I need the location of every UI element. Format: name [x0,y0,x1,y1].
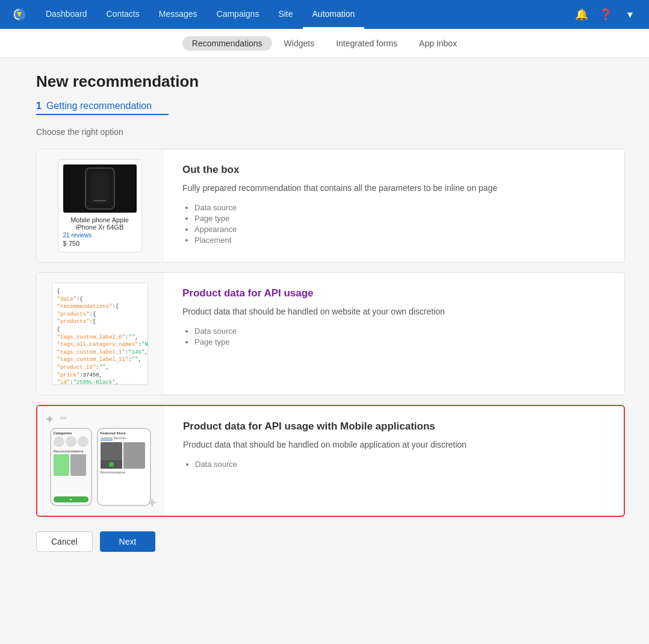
feature-page-type-1: Page type [194,214,605,223]
nav-messages[interactable]: Messages [149,0,207,29]
card-body-api-mobile: Product data for API usage with Mobile a… [164,406,624,516]
spark-icon: ✦ [45,412,55,427]
feature-page-type-2: Page type [194,337,605,346]
sub-nav-app-inbox[interactable]: App Inbox [409,36,467,51]
feature-data-source-2: Data source [194,327,605,336]
card-desc-out-the-box: Fully prepared recommendation that conta… [182,182,605,195]
chevron-down-icon[interactable]: ▾ [620,5,639,24]
option-card-api-usage[interactable]: { "data":{ "recommendations":{ "products… [36,272,625,395]
product-name: Mobile phone Apple iPhone Xr 64GB [63,216,137,231]
page-title: New recommendation [36,72,625,91]
nav-dashboard[interactable]: Dashboard [36,0,97,29]
phone-frame-left: Categories Recommendations ● [50,428,92,506]
card-image-api-mobile: ✦ ✏ Categories Recommendations [37,406,164,516]
product-mockup: Mobile phone Apple iPhone Xr 64GB 21 rev… [58,159,142,252]
step-label: Getting recommendation [46,101,152,111]
product-reviews: 21 reviews [63,232,137,239]
nav-site[interactable]: Site [269,0,302,29]
card-image-out-the-box: Mobile phone Apple iPhone Xr 64GB 21 rev… [37,149,163,262]
option-card-out-the-box[interactable]: Mobile phone Apple iPhone Xr 64GB 21 rev… [36,149,625,263]
feature-data-source-3: Data source [195,460,604,469]
bell-icon[interactable]: 🔔 [572,5,591,24]
card-title-out-the-box: Out the box [182,164,605,176]
card-title-api-usage: Product data for API usage [182,287,605,299]
card-image-api-usage: { "data":{ "recommendations":{ "products… [37,273,163,395]
phone-green-button: ● [54,496,88,502]
nav-campaigns[interactable]: Campaigns [207,0,269,29]
top-navigation: Dashboard Contacts Messages Campaigns Si… [0,0,649,29]
feature-data-source-1: Data source [194,203,605,212]
nav-contacts[interactable]: Contacts [97,0,149,29]
nav-links: Dashboard Contacts Messages Campaigns Si… [36,0,572,29]
card-desc-api-usage: Product data that should be handled on w… [182,305,605,318]
next-button[interactable]: Next [100,531,156,552]
sub-navigation: Recommendations Widgets Integrated forms… [0,29,649,58]
choose-label: Choose the right option [36,127,625,137]
plus-icon: ✚ [148,497,156,508]
feature-placement-1: Placement [194,236,605,245]
sub-nav-recommendations[interactable]: Recommendations [182,36,272,51]
feature-appearance-1: Appearance [194,225,605,234]
card-desc-api-mobile: Product data that should be handled on m… [183,439,604,451]
card-body-out-the-box: Out the box Fully prepared recommendatio… [163,149,624,262]
card-features-out-the-box: Data source Page type Appearance Placeme… [182,203,605,245]
pencil-icon: ✏ [60,413,67,423]
step-number: 1 [36,101,42,111]
card-features-api-mobile: Data source [183,460,604,469]
nav-automation[interactable]: Automation [303,0,365,29]
sub-nav-widgets[interactable]: Widgets [275,36,324,51]
card-body-api-usage: Product data for API usage Product data … [163,273,624,395]
option-card-api-mobile[interactable]: ✦ ✏ Categories Recommendations [36,405,625,517]
nav-icons: 🔔 ❓ ▾ [572,5,639,24]
mobile-mockup: Categories Recommendations ● [50,428,151,506]
card-title-api-mobile: Product data for API usage with Mobile a… [183,420,604,433]
card-features-api-usage: Data source Page type [182,327,605,346]
phone-frame-right: Featured Store Cameras Recomm... [97,428,151,506]
cancel-button[interactable]: Cancel [36,531,93,552]
step-indicator: 1 Getting recommendation [36,101,625,111]
product-image-area [63,164,137,213]
bottom-actions: Cancel Next [36,531,625,552]
help-icon[interactable]: ❓ [596,5,615,24]
step-underline [36,114,169,115]
sub-nav-integrated-forms[interactable]: Integrated forms [326,36,407,51]
code-block: { "data":{ "recommendations":{ "products… [52,283,148,385]
product-price: $ 750 [63,240,137,247]
logo [10,5,29,24]
